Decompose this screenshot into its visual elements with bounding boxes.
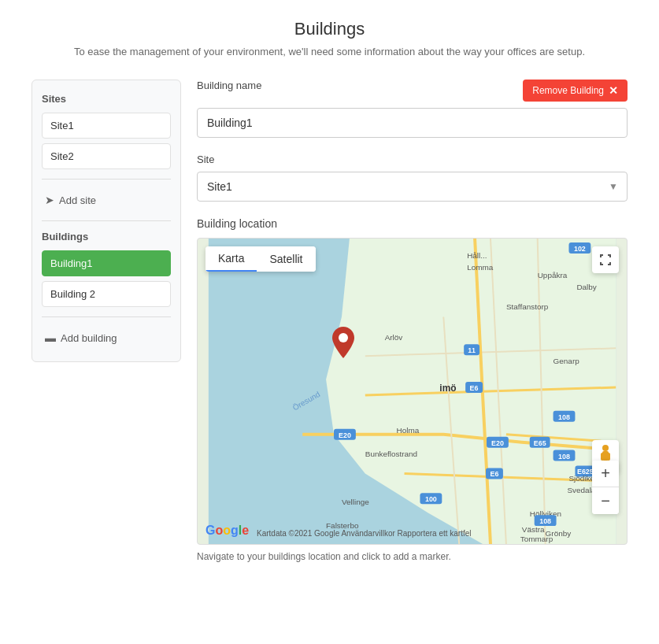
svg-text:Genarp: Genarp	[553, 357, 580, 365]
add-building-icon: ▬	[45, 331, 56, 344]
add-site-icon: ➤	[45, 194, 54, 206]
sidebar-item-building2[interactable]: Building 2	[42, 281, 171, 307]
site-select[interactable]: Site1 Site2	[197, 172, 628, 202]
svg-text:100: 100	[425, 495, 437, 503]
map-background: E20 E20 E6 E6 E65 108 108	[198, 239, 627, 544]
map-footer-text: Kartdata ©2021 Google Användarvillkor Ra…	[257, 529, 472, 538]
svg-text:Bunkeflostrand: Bunkeflostrand	[365, 450, 417, 458]
map-tabs: Karta Satellit	[205, 246, 316, 272]
building-location-section: Building location	[197, 217, 628, 562]
svg-text:Arlöv: Arlöv	[385, 333, 403, 342]
svg-text:102: 102	[574, 245, 586, 253]
building-name-row: Building name Remove Building ✕	[197, 80, 628, 102]
site-select-wrapper: Site1 Site2 ▼	[197, 172, 628, 202]
building-location-label: Building location	[197, 217, 628, 230]
sidebar-item-site1[interactable]: Site1	[42, 113, 171, 139]
sidebar-divider-buildings	[42, 220, 171, 221]
google-letter-o1: o	[215, 524, 223, 538]
svg-text:Holma: Holma	[397, 426, 420, 435]
buildings-section-label: Buildings	[42, 231, 171, 242]
svg-text:108: 108	[539, 517, 551, 525]
svg-text:Dalby: Dalby	[576, 283, 596, 291]
page-title: Buildings	[16, 19, 643, 39]
zoom-controls: + −	[592, 461, 619, 514]
svg-text:Uppåkra: Uppåkra	[538, 271, 568, 279]
site-section: Site Site1 Site2 ▼	[197, 154, 628, 202]
sidebar-divider-sites	[42, 179, 171, 180]
fullscreen-button[interactable]	[592, 246, 619, 273]
map-container[interactable]: E20 E20 E6 E6 E65 108 108	[197, 238, 628, 545]
add-site-link[interactable]: ➤ Add site	[42, 189, 171, 211]
sites-section-label: Sites	[42, 93, 171, 105]
svg-text:E20: E20	[491, 439, 504, 447]
svg-text:108: 108	[558, 453, 570, 461]
map-tab-karta[interactable]: Karta	[205, 246, 257, 272]
svg-text:E6: E6	[470, 384, 479, 392]
building-name-label: Building name	[197, 80, 261, 91]
location-pin-icon	[332, 327, 354, 358]
svg-text:Håll...: Håll...	[467, 251, 487, 260]
site-label: Site	[197, 154, 628, 165]
svg-text:E6: E6	[490, 470, 498, 478]
remove-building-button[interactable]: Remove Building ✕	[523, 80, 628, 102]
svg-text:Staffanstorp: Staffanstorp	[506, 302, 549, 311]
svg-text:Vellinge: Vellinge	[342, 498, 369, 506]
svg-text:108: 108	[558, 413, 570, 421]
fullscreen-icon	[599, 254, 612, 266]
svg-text:Västra: Västra	[522, 525, 545, 534]
svg-text:E20: E20	[339, 431, 351, 439]
google-letter-g: G	[205, 524, 215, 538]
add-site-label: Add site	[59, 194, 96, 206]
remove-building-x-icon: ✕	[609, 84, 618, 97]
remove-building-label: Remove Building	[532, 85, 604, 96]
map-caption: Navigate to your buildings location and …	[197, 551, 628, 562]
zoom-out-button[interactable]: −	[592, 487, 619, 514]
svg-text:imö: imö	[439, 383, 456, 394]
svg-text:Lomma: Lomma	[467, 263, 494, 272]
svg-rect-48	[601, 453, 604, 461]
page-header: Buildings To ease the management of your…	[0, 0, 659, 67]
google-letter-e: e	[242, 524, 249, 538]
google-logo: G o o g l e	[205, 524, 249, 538]
sidebar: Sites Site1 Site2 ➤ Add site Buildings B…	[31, 80, 181, 362]
zoom-in-button[interactable]: +	[592, 461, 619, 487]
google-letter-o2: o	[223, 524, 231, 538]
building-name-input[interactable]	[197, 108, 628, 138]
google-letter-g2: g	[231, 524, 239, 538]
sidebar-item-site2[interactable]: Site2	[42, 143, 171, 169]
main-layout: Sites Site1 Site2 ➤ Add site Buildings B…	[0, 67, 659, 609]
svg-text:Tommarp: Tommarp	[520, 535, 553, 543]
sidebar-item-building1[interactable]: Building1	[42, 250, 171, 276]
sidebar-divider-add-building	[42, 316, 171, 317]
add-building-label: Add building	[61, 332, 117, 344]
content-area: Building name Remove Building ✕ Site Sit…	[197, 80, 628, 578]
svg-text:E65: E65	[534, 439, 546, 447]
svg-rect-49	[607, 453, 610, 461]
svg-point-45	[339, 333, 348, 342]
map-marker	[332, 327, 354, 361]
svg-text:11: 11	[468, 346, 476, 354]
building-name-section: Building name Remove Building ✕	[197, 80, 628, 138]
map-tab-satellit[interactable]: Satellit	[257, 246, 315, 272]
page-subtitle: To ease the management of your environme…	[16, 46, 643, 57]
svg-point-46	[602, 445, 609, 451]
add-building-link[interactable]: ▬ Add building	[42, 327, 171, 349]
